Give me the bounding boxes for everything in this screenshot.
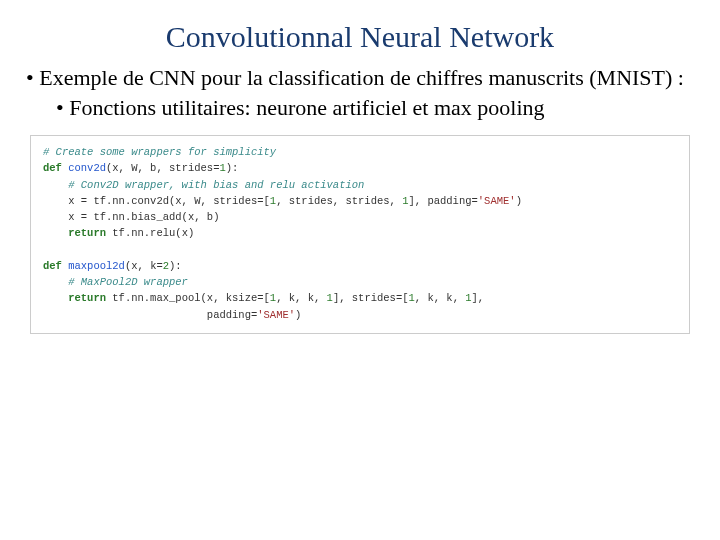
slide: Convolutionnal Neural Network • Exemple … — [0, 0, 720, 334]
code-text: ], — [472, 292, 485, 304]
code-text: (x, k= — [125, 260, 163, 272]
bullet-sub: • Fonctions utilitaires: neurone artific… — [56, 94, 700, 122]
code-text: ): — [226, 162, 239, 174]
code-str: 'SAME' — [478, 195, 516, 207]
code-keyword: def — [43, 260, 62, 272]
code-text: ], padding= — [409, 195, 478, 207]
code-text: ], strides=[ — [333, 292, 409, 304]
code-str: 'SAME' — [257, 309, 295, 321]
code-text: , k, k, — [415, 292, 465, 304]
slide-title: Convolutionnal Neural Network — [20, 20, 700, 54]
code-text: x = tf.nn.bias_add(x, b) — [43, 211, 219, 223]
code-text: tf.nn.relu(x) — [106, 227, 194, 239]
code-text: ) — [295, 309, 301, 321]
code-text: ) — [516, 195, 522, 207]
code-text: padding= — [43, 309, 257, 321]
code-line: # Conv2D wrapper, with bias and relu act… — [43, 179, 364, 191]
code-keyword: return — [43, 227, 106, 239]
code-text: (x, W, b, strides= — [106, 162, 219, 174]
code-line: # Create some wrappers for simplicity — [43, 146, 276, 158]
code-line: # MaxPool2D wrapper — [43, 276, 188, 288]
code-keyword: def — [43, 162, 62, 174]
code-keyword: return — [43, 292, 106, 304]
code-fn: conv2d — [62, 162, 106, 174]
code-text: , strides, strides, — [276, 195, 402, 207]
code-text: , k, k, — [276, 292, 326, 304]
code-text: x = tf.nn.conv2d(x, W, strides=[ — [43, 195, 270, 207]
code-text: ): — [169, 260, 182, 272]
code-text: tf.nn.max_pool(x, ksize=[ — [106, 292, 270, 304]
code-fn: maxpool2d — [62, 260, 125, 272]
bullet-main: • Exemple de CNN pour la classification … — [26, 64, 694, 92]
code-block: # Create some wrappers for simplicity de… — [30, 135, 690, 334]
